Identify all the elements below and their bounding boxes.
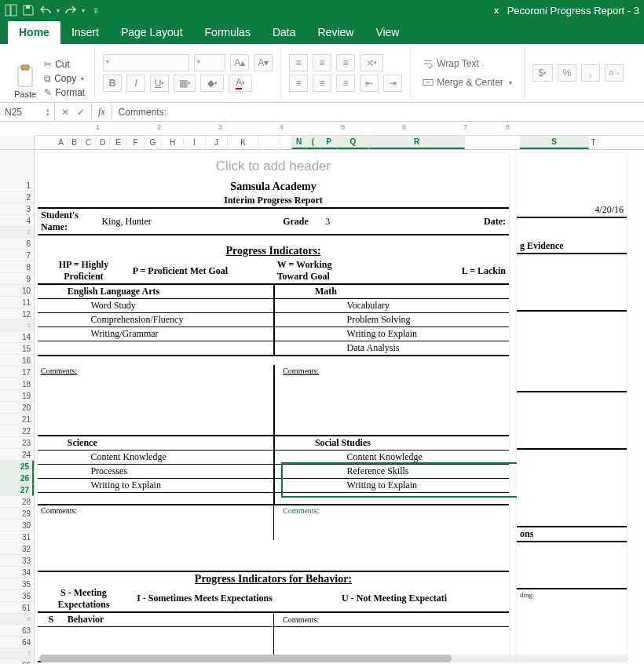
ribbon-tabs: Home Insert Page Layout Formulas Data Re… <box>0 20 644 44</box>
name-box[interactable]: N25 ▴▾ <box>0 103 55 121</box>
underline-button[interactable]: U▾ <box>150 75 169 92</box>
col-O[interactable]: ( <box>306 136 320 149</box>
tab-data[interactable]: Data <box>262 21 307 44</box>
undo-icon[interactable] <box>39 4 52 16</box>
svg-rect-0 <box>5 5 10 16</box>
ribbon: Paste ✂Cut ⧉Copy▾ ✎Format A▴ A▾ B I U▾ ▦… <box>0 44 644 103</box>
font-size-select[interactable] <box>194 54 225 71</box>
date-value: 4/20/16 <box>517 203 627 217</box>
col-D[interactable]: D <box>96 136 110 149</box>
font-group: A▴ A▾ B I U▾ ▦▾ ◆▾ A▾ <box>95 47 281 99</box>
merge-center-button[interactable]: Merge & Center▾ <box>419 75 516 90</box>
indicators-heading: Progress Indicators: <box>38 244 509 258</box>
col-C[interactable]: C <box>82 136 96 149</box>
col-B[interactable]: B <box>68 136 82 149</box>
cancel-formula-icon[interactable]: ✕ <box>61 107 69 118</box>
grade-value: 3 <box>312 208 344 235</box>
tab-page-layout[interactable]: Page Layout <box>110 21 194 44</box>
col-L[interactable] <box>259 136 280 149</box>
column-headers: A B C D E F G H I J K N ( P Q R S T <box>0 136 644 150</box>
grid-area: 1 2 3 4 2 6 7 8 9 10 11 12 3 14 15 16 17… <box>0 150 644 664</box>
align-center-button[interactable]: ≡ <box>313 75 331 92</box>
align-right-button[interactable]: ≡ <box>336 75 355 92</box>
align-left-button[interactable]: ≡ <box>289 75 308 92</box>
select-all-corner[interactable] <box>0 136 35 149</box>
comma-button[interactable]: , <box>581 64 600 82</box>
doc-title: x Pecoroni Progress Report - 3 <box>490 4 639 16</box>
col-E[interactable]: E <box>110 136 127 149</box>
percent-button[interactable]: % <box>558 64 576 82</box>
col-M[interactable] <box>280 136 292 149</box>
title-bar: ▾ ▾ ⇳ x Pecoroni Progress Report - 3 <box>0 0 644 20</box>
scissors-icon: ✂ <box>44 59 52 70</box>
page-left: Click to add header Samsula Academy Inte… <box>38 153 509 664</box>
formula-bar: N25 ▴▾ ✕ ✓ fx Comments: <box>0 103 644 122</box>
col-N[interactable]: N <box>292 136 306 149</box>
school-name: Samsula Academy <box>38 180 509 194</box>
undo-caret[interactable]: ▾ <box>57 7 60 14</box>
redo-icon[interactable] <box>64 4 77 16</box>
format-painter-button[interactable]: ✎Format <box>42 86 86 99</box>
horizontal-scrollbar[interactable] <box>39 655 628 662</box>
col-F[interactable]: F <box>127 136 145 149</box>
template-icon[interactable] <box>5 4 17 16</box>
border-button[interactable]: ▦▾ <box>174 75 196 92</box>
accept-formula-icon[interactable]: ✓ <box>77 107 85 118</box>
col-P[interactable]: P <box>320 136 338 149</box>
col-S[interactable]: S <box>520 136 589 149</box>
align-top-button[interactable]: ≡ <box>289 54 308 71</box>
wrap-merge-group: Wrap Text Merge & Center▾ <box>411 47 525 99</box>
tab-insert[interactable]: Insert <box>60 21 110 44</box>
row-headers: 1 2 3 4 2 6 7 8 9 10 11 12 3 14 15 16 17… <box>0 150 35 664</box>
decrease-font-button[interactable]: A▾ <box>254 54 273 71</box>
svg-rect-2 <box>26 5 30 9</box>
paste-button[interactable]: Paste <box>14 64 36 99</box>
col-Q[interactable]: Q <box>338 136 369 149</box>
number-group: $▾ % , .0→ <box>525 47 631 99</box>
excel-icon: x <box>490 4 503 16</box>
page-header-zone[interactable]: Click to add header <box>38 153 509 180</box>
qat-overflow-icon[interactable]: ⇳ <box>93 6 99 15</box>
copy-icon: ⧉ <box>44 73 51 84</box>
tab-home[interactable]: Home <box>8 21 60 44</box>
cut-button[interactable]: ✂Cut <box>42 58 86 71</box>
currency-button[interactable]: $▾ <box>532 64 553 82</box>
tab-view[interactable]: View <box>364 21 410 44</box>
increase-font-button[interactable]: A▴ <box>230 54 249 71</box>
tab-review[interactable]: Review <box>306 21 364 44</box>
redo-caret[interactable]: ▾ <box>82 7 85 14</box>
fill-color-button[interactable]: ◆▾ <box>200 75 224 92</box>
paste-label: Paste <box>14 89 36 99</box>
col-T[interactable]: T <box>589 136 598 149</box>
font-color-button[interactable]: A▾ <box>229 75 252 92</box>
indent-increase-button[interactable]: ⇥ <box>383 75 402 92</box>
align-middle-button[interactable]: ≡ <box>313 54 331 71</box>
svg-rect-5 <box>18 67 32 86</box>
save-icon[interactable] <box>22 4 35 16</box>
wrap-text-button[interactable]: Wrap Text <box>419 56 516 71</box>
col-R[interactable]: R <box>369 136 465 149</box>
bold-button[interactable]: B <box>103 75 122 92</box>
col-A[interactable]: A <box>55 136 68 149</box>
col-H[interactable]: H <box>162 136 184 149</box>
report-title: Interim Progress Report <box>38 194 509 208</box>
font-select[interactable] <box>103 54 189 71</box>
tab-formulas[interactable]: Formulas <box>194 21 262 44</box>
col-G[interactable]: G <box>145 136 162 149</box>
alignment-group: ≡ ≡ ≡ ⤭▾ ≡ ≡ ≡ ⇤ ⇥ <box>281 47 411 99</box>
indent-decrease-button[interactable]: ⇤ <box>360 75 379 92</box>
col-I[interactable]: I <box>184 136 206 149</box>
formula-input[interactable]: Comments: <box>112 107 644 118</box>
fx-icon[interactable]: fx <box>92 103 112 121</box>
italic-button[interactable]: I <box>126 75 145 92</box>
ruler: 1 2 3 4 5 6 7 8 <box>35 122 644 136</box>
clipboard-group: Paste ✂Cut ⧉Copy▾ ✎Format <box>6 47 95 99</box>
orientation-button[interactable]: ⤭▾ <box>360 54 383 71</box>
page-right: 4/20/16 g Evidence ons ding. <box>517 153 627 664</box>
align-bottom-button[interactable]: ≡ <box>336 54 355 71</box>
col-K[interactable]: K <box>228 136 259 149</box>
col-J[interactable]: J <box>206 136 228 149</box>
copy-button[interactable]: ⧉Copy▾ <box>42 72 86 85</box>
increase-decimal-button[interactable]: .0→ <box>605 64 624 82</box>
svg-rect-6 <box>21 65 29 70</box>
